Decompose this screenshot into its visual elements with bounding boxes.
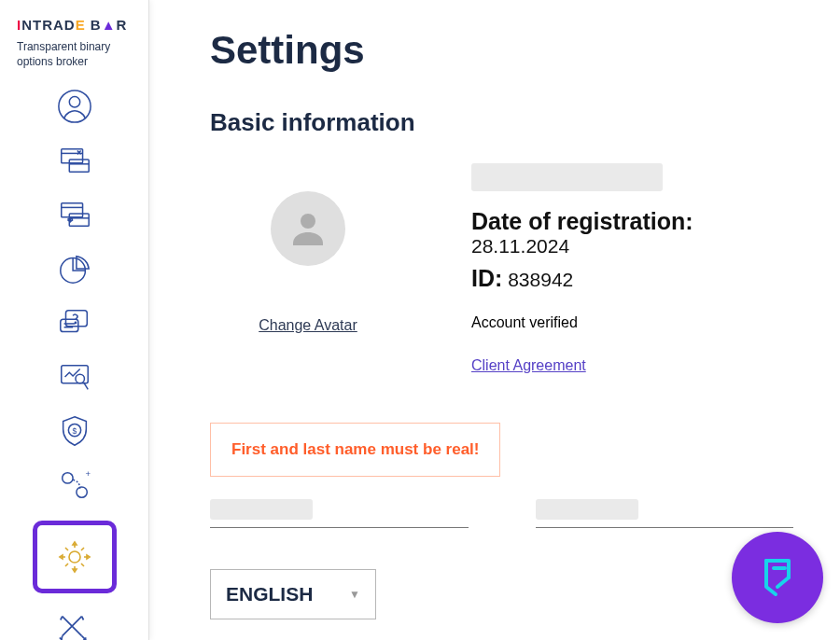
- svg-point-21: [62, 473, 72, 483]
- nav-safety[interactable]: $: [56, 412, 93, 450]
- profile-icon: [57, 89, 92, 124]
- id-line: ID: 838942: [471, 265, 793, 292]
- section-title: Basic information: [210, 108, 793, 137]
- sidebar: INTRADE B▲R Transparent binary options b…: [0, 0, 149, 640]
- svg-point-24: [69, 551, 80, 563]
- svg-rect-2: [61, 149, 82, 163]
- avatar: [271, 191, 345, 266]
- change-avatar-link[interactable]: Change Avatar: [259, 317, 357, 334]
- shield-icon: $: [57, 413, 92, 449]
- nav-deposit[interactable]: [56, 142, 93, 179]
- basic-info-row: Change Avatar Date of registration: 28.1…: [210, 163, 793, 374]
- main-content: Settings Basic information Change Avatar…: [149, 0, 840, 640]
- redacted-first-name: [210, 499, 313, 520]
- logo: INTRADE B▲R: [0, 17, 148, 40]
- deposit-icon: [57, 143, 92, 178]
- svg-point-1: [69, 97, 79, 107]
- brand-tagline: Transparent binary options broker: [0, 40, 148, 82]
- language-select[interactable]: ENGLISH ▼: [210, 569, 376, 619]
- svg-text:$: $: [72, 426, 77, 436]
- nav-settings[interactable]: [33, 521, 117, 593]
- name-warning: First and last name must be real!: [210, 423, 500, 477]
- brand-name: INTRADE B▲R: [17, 17, 132, 33]
- nav-analysis[interactable]: [56, 358, 93, 396]
- redacted-last-name: [536, 499, 638, 520]
- chat-icon: [751, 550, 804, 605]
- referral-icon: +: [57, 467, 92, 503]
- svg-point-17: [75, 374, 84, 383]
- svg-point-22: [76, 487, 86, 497]
- redacted-name: [471, 163, 663, 191]
- sidebar-nav: $ +: [0, 82, 148, 640]
- faq-icon: [57, 305, 92, 341]
- svg-rect-4: [69, 160, 89, 172]
- svg-rect-13: [60, 319, 77, 331]
- nav-faq[interactable]: [56, 304, 93, 341]
- withdraw-icon: [57, 197, 92, 232]
- analysis-icon: [57, 359, 92, 395]
- language-value: ENGLISH: [226, 583, 313, 605]
- nav-referral[interactable]: +: [56, 466, 93, 504]
- nav-profile[interactable]: [56, 88, 93, 125]
- svg-text:+: +: [85, 468, 91, 479]
- avatar-column: Change Avatar: [210, 163, 406, 334]
- svg-point-25: [301, 214, 315, 229]
- chat-fab[interactable]: [732, 532, 823, 623]
- first-name-field[interactable]: [210, 499, 469, 528]
- chevron-down-icon: ▼: [349, 588, 360, 601]
- client-agreement-link[interactable]: Client Agreement: [471, 357, 586, 374]
- registration-line: Date of registration: 28.11.2024: [471, 208, 793, 257]
- gear-icon: [56, 538, 93, 576]
- last-name-field[interactable]: [536, 499, 794, 528]
- svg-point-0: [58, 90, 90, 122]
- nav-withdraw[interactable]: [56, 196, 93, 233]
- stats-icon: [57, 251, 92, 286]
- nav-tournament[interactable]: [56, 610, 93, 640]
- user-details: Date of registration: 28.11.2024 ID: 838…: [471, 163, 793, 374]
- svg-rect-6: [61, 203, 82, 217]
- swords-icon: [57, 611, 92, 640]
- nav-stats[interactable]: [56, 250, 93, 287]
- page-title: Settings: [210, 28, 793, 73]
- svg-point-12: [75, 323, 76, 324]
- name-inputs-row: [210, 499, 793, 528]
- verified-status: Account verified: [471, 314, 793, 331]
